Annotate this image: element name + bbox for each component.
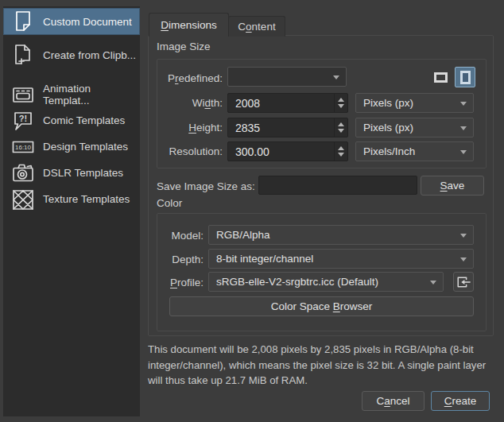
height-unit-combobox[interactable]: Pixels (px) <box>355 118 474 137</box>
predefined-label: Predefined: <box>143 72 223 84</box>
template-sidebar: Custom Document Create from Clipb... Ani… <box>3 6 140 416</box>
color-space-browser-button[interactable]: Color Space Browser <box>169 296 474 316</box>
document-icon <box>10 9 36 34</box>
spin-up-icon[interactable] <box>338 98 344 102</box>
height-value: 2835 <box>235 122 260 134</box>
resolution-value: 300.00 <box>235 145 269 158</box>
width-value: 2008 <box>235 97 260 110</box>
profile-value: sRGB-elle-V2-srgbtrc.icc (Default) <box>216 276 378 288</box>
portrait-orientation-button[interactable] <box>455 67 475 87</box>
sidebar-item-label: DSLR Templates <box>43 167 123 179</box>
depth-label: Depth: <box>124 254 204 265</box>
sidebar-item-label: Comic Templates <box>43 114 125 126</box>
chevron-down-icon <box>333 75 339 79</box>
color-space-browser-label: Color Space Browser <box>271 300 373 312</box>
height-unit-value: Pixels (px) <box>363 122 413 134</box>
sidebar-item-label: Create from Clipb... <box>43 49 136 61</box>
save-image-size-label: Save Image Size as: <box>157 180 255 192</box>
document-summary-text: This document will be 2,008 pixels by 2,… <box>148 342 498 389</box>
tab-dimensions[interactable]: Dimensions <box>149 13 229 37</box>
comic-icon: ?! <box>10 108 36 134</box>
sidebar-item-comic-templates[interactable]: ?! Comic Templates <box>3 107 140 134</box>
tab-label: Content <box>238 21 275 33</box>
sidebar-item-dslr-templates[interactable]: DSLR Templates <box>3 160 140 186</box>
portrait-icon <box>460 71 471 84</box>
dslr-icon <box>10 161 36 186</box>
resolution-spinner[interactable] <box>334 142 347 161</box>
model-combobox[interactable]: RGB/Alpha <box>208 225 474 245</box>
spin-up-icon[interactable] <box>338 146 344 150</box>
resolution-unit-value: Pixels/Inch <box>363 145 415 157</box>
spin-down-icon[interactable] <box>338 104 344 108</box>
sidebar-item-design-templates[interactable]: 16:10 Design Templates <box>3 134 140 160</box>
width-spinbox[interactable]: 2008 <box>227 93 348 113</box>
new-document-dialog: { "colors":{ "dialog-bg":"#3c3c3c", "sid… <box>0 0 504 422</box>
landscape-orientation-button[interactable] <box>429 68 452 87</box>
chevron-down-icon <box>460 150 467 154</box>
depth-combobox[interactable]: 8-bit integer/channel <box>208 249 474 269</box>
width-unit-combobox[interactable]: Pixels (px) <box>355 93 474 113</box>
texture-icon <box>10 187 36 212</box>
cancel-button[interactable]: Cancel <box>362 391 425 411</box>
svg-text:?!: ?! <box>19 113 27 122</box>
height-label: Height: <box>143 122 223 134</box>
chevron-down-icon <box>460 257 467 261</box>
spin-down-icon[interactable] <box>338 129 344 133</box>
cancel-button-label: Cancel <box>376 395 409 407</box>
sidebar-item-create-from-clipboard[interactable]: Create from Clipb... <box>3 41 140 68</box>
predefined-combobox[interactable] <box>227 67 347 87</box>
create-button[interactable]: Create <box>431 391 490 411</box>
create-button-label: Create <box>444 395 477 407</box>
chevron-down-icon <box>460 234 467 238</box>
color-title: Color <box>157 197 182 209</box>
profile-label: Profile: <box>124 277 204 288</box>
model-value: RGB/Alpha <box>216 229 270 241</box>
spin-down-icon[interactable] <box>338 153 344 157</box>
model-label: Model: <box>124 230 204 242</box>
sidebar-item-animation-templates[interactable]: Animation Templat... <box>3 81 140 107</box>
import-profile-button[interactable] <box>453 272 474 292</box>
width-label: Width: <box>143 97 223 109</box>
import-profile-icon <box>456 275 471 289</box>
height-spinner[interactable] <box>334 118 347 137</box>
sidebar-item-label: Custom Document <box>43 16 132 28</box>
save-image-size-input[interactable] <box>258 176 417 195</box>
save-button-label: Save <box>440 180 465 192</box>
chevron-down-icon <box>460 126 467 130</box>
resolution-label: Resolution: <box>143 145 223 157</box>
depth-value: 8-bit integer/channel <box>216 253 313 265</box>
landscape-icon <box>434 72 448 83</box>
animation-icon <box>10 82 36 107</box>
design-icon: 16:10 <box>10 134 36 160</box>
chevron-down-icon <box>430 281 436 285</box>
sidebar-item-label: Animation Templat... <box>43 83 140 106</box>
sidebar-item-label: Design Templates <box>43 141 128 153</box>
save-button[interactable]: Save <box>421 176 484 196</box>
profile-combobox[interactable]: sRGB-elle-V2-srgbtrc.icc (Default) <box>208 272 444 292</box>
height-spinbox[interactable]: 2835 <box>227 118 348 137</box>
width-unit-value: Pixels (px) <box>363 97 413 109</box>
sidebar-item-label: Texture Templates <box>43 193 130 205</box>
svg-text:16:10: 16:10 <box>15 144 32 151</box>
resolution-spinbox[interactable]: 300.00 <box>227 141 348 161</box>
spin-up-icon[interactable] <box>338 122 344 126</box>
chevron-down-icon <box>460 102 467 106</box>
image-size-title: Image Size <box>157 41 211 52</box>
sidebar-item-texture-templates[interactable]: Texture Templates <box>3 186 140 212</box>
resolution-unit-combobox[interactable]: Pixels/Inch <box>355 141 474 161</box>
tab-label: Dimensions <box>161 19 217 31</box>
clipboard-icon <box>10 42 36 68</box>
sidebar-item-custom-document[interactable]: Custom Document <box>3 8 140 35</box>
tab-content[interactable]: Content <box>228 16 285 37</box>
width-spinner[interactable] <box>334 94 347 112</box>
